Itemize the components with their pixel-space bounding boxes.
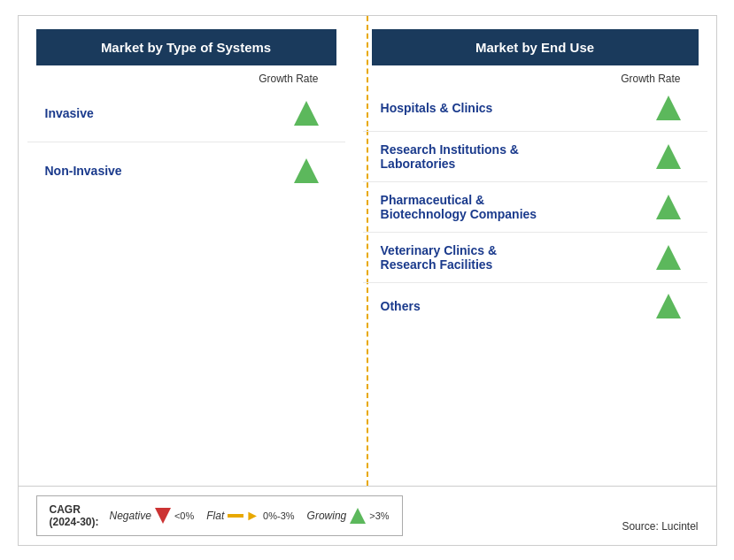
growing-value: >3% bbox=[369, 510, 389, 521]
invasive-label: Invasive bbox=[45, 106, 294, 120]
invasive-arrow-up bbox=[294, 101, 319, 126]
noninvasive-arrow-up bbox=[294, 158, 319, 183]
flat-value: 0%-3% bbox=[263, 510, 294, 521]
legend-box: CAGR(2024-30): Negative <0% Flat ► 0%-3%… bbox=[36, 495, 403, 536]
cagr-label: CAGR(2024-30): bbox=[50, 503, 99, 528]
research-label: Research Institutions &Laboratories bbox=[381, 142, 656, 171]
left-panel: Market by Type of Systems Growth Rate In… bbox=[19, 16, 354, 486]
left-item-invasive: Invasive bbox=[27, 85, 345, 142]
flat-text: Flat bbox=[206, 510, 224, 522]
growing-arrow bbox=[350, 508, 366, 524]
others-label: Others bbox=[381, 299, 656, 313]
flat-line bbox=[228, 514, 243, 518]
legend-growing: Growing >3% bbox=[307, 508, 390, 524]
content-area: Market by Type of Systems Growth Rate In… bbox=[19, 16, 716, 486]
pharma-arrow-up bbox=[656, 195, 681, 219]
vet-label: Veterinary Clinics &Research Facilities bbox=[381, 243, 656, 272]
hospitals-label: Hospitals & Clinics bbox=[381, 101, 656, 115]
footer: CAGR(2024-30): Negative <0% Flat ► 0%-3%… bbox=[19, 486, 716, 545]
vet-arrow-up bbox=[656, 245, 681, 270]
flat-arrow: ► bbox=[228, 509, 259, 523]
right-panel: Market by End Use Growth Rate Hospitals … bbox=[354, 16, 716, 486]
negative-value: <0% bbox=[174, 510, 194, 521]
noninvasive-label: Non-Invasive bbox=[45, 164, 294, 178]
growing-text: Growing bbox=[307, 510, 347, 522]
right-item-research: Research Institutions &Laboratories bbox=[363, 132, 707, 182]
legend-flat: Flat ► 0%-3% bbox=[206, 509, 294, 523]
left-item-noninvasive: Non-Invasive bbox=[27, 142, 345, 199]
research-arrow-up bbox=[656, 144, 681, 169]
source-label: Source: Lucintel bbox=[622, 520, 698, 536]
hospitals-arrow-up bbox=[656, 96, 681, 120]
right-item-pharma: Pharmaceutical &Biotechnology Companies bbox=[363, 182, 707, 233]
right-growth-label: Growth Rate bbox=[363, 65, 707, 85]
others-arrow-up bbox=[656, 294, 681, 318]
negative-arrow bbox=[155, 508, 171, 524]
negative-text: Negative bbox=[110, 510, 151, 522]
right-item-vet: Veterinary Clinics &Research Facilities bbox=[363, 233, 707, 283]
legend-negative: Negative <0% bbox=[110, 508, 195, 524]
right-item-hospitals: Hospitals & Clinics bbox=[363, 85, 707, 132]
left-header: Market by Type of Systems bbox=[36, 29, 336, 65]
right-item-others: Others bbox=[363, 283, 707, 329]
left-growth-label: Growth Rate bbox=[27, 65, 345, 85]
pharma-label: Pharmaceutical &Biotechnology Companies bbox=[381, 193, 656, 221]
flat-arrowhead: ► bbox=[245, 509, 259, 523]
right-header: Market by End Use bbox=[372, 29, 699, 65]
main-container: Market by Type of Systems Growth Rate In… bbox=[18, 15, 717, 546]
